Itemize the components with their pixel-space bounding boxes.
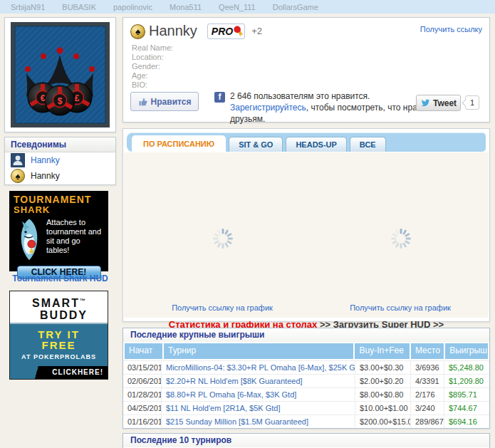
like-hint-text2: друзьям. [230, 113, 439, 125]
tournament-link[interactable]: $2.20+R NL Hold'em [$8K Guaranteed] [162, 375, 355, 387]
svg-text:♠: ♠ [135, 26, 140, 37]
cell-place: 3/240 [411, 402, 444, 415]
svg-text:£: £ [75, 93, 80, 103]
chart-loading-area: Получить ссылку на график Получить ссылк… [124, 152, 489, 318]
cell-buyin: $200.00+$15.00 [355, 415, 411, 428]
tournament-link[interactable]: $8.80+R PL Omaha [6-Max, $3K Gtd] [162, 388, 355, 401]
spade-icon: ♠ [11, 169, 25, 183]
chart-link-right[interactable]: Получить ссылку на график [325, 303, 475, 312]
nav-player-link[interactable]: QeeN_111 [219, 3, 256, 11]
tab-scheduled[interactable]: ПО РАСПИСАНИЮ [132, 135, 226, 152]
tournament-shark-hud-link[interactable]: Tournament Shark HUD [4, 274, 116, 283]
ad-title: SHARK [14, 205, 104, 215]
field-age: Age: [132, 71, 173, 80]
click-here-button[interactable]: CLICKHERE! [10, 366, 108, 379]
cell-date: 04/25/2012 [123, 402, 162, 415]
poker-profile-page: SrbijaN91 BUBASIK papolinovic Mona511 Qe… [0, 0, 495, 448]
last10-title: Последние 10 турниров [123, 434, 489, 447]
nav-player-link[interactable]: papolinovic [113, 3, 152, 11]
tournament-link[interactable]: $11 NL Hold'em [2R1A, $5K Gtd] [162, 402, 355, 415]
tweet-button-label: Tweet [433, 98, 457, 108]
ad-body-text: Attaches to tournament and sit and go ta… [45, 217, 104, 264]
ad-title: BUDDY [10, 309, 108, 321]
chart-tabbar: ПО РАСПИСАНИЮ SIT & GO HEADS-UP ВСЕ [127, 132, 486, 152]
cell-date: 01/16/2011 [123, 415, 162, 428]
nav-player-link[interactable]: BUBASIK [62, 3, 96, 11]
field-gender: Gender: [132, 62, 173, 71]
loading-spinner [390, 228, 412, 249]
pseudonym-name: Hannky [31, 171, 60, 181]
pseudonyms-title: Псевдонимы [5, 137, 115, 152]
player-avatar-panel: € $ £ [4, 17, 116, 132]
player-card-image: € $ £ [11, 22, 110, 127]
person-icon [11, 153, 25, 167]
chart-link-left[interactable]: Получить ссылку на график [147, 303, 297, 312]
tournament-shark-ad[interactable]: TOURNAMENT SHARK Attaches to tournament … [9, 191, 108, 271]
nav-player-link[interactable]: DollarsGame [273, 3, 318, 11]
col-buyin: Buy-In+Fee [355, 343, 410, 359]
cell-buyin: $3.00+$0.30 [355, 361, 411, 374]
tab-sitgo[interactable]: SIT & GO [229, 137, 283, 152]
facebook-like-text: 2 646 пользователям это нравится. Зареги… [230, 90, 439, 125]
winnings-title: Последние крупные выигрыши [123, 328, 489, 342]
tweet-count-bubble: 1 [465, 95, 479, 110]
winnings-header-row: Начат Турнир Buy-In+Fee Место Выигрыш [123, 342, 489, 360]
field-real-name: Real Name: [132, 43, 173, 53]
nav-player-link[interactable]: Mona511 [170, 3, 202, 11]
cell-winnings: $895.71 [444, 388, 488, 401]
like-button-label: Нравится [151, 97, 192, 107]
player-username: Hannky [149, 23, 197, 39]
col-tournament: Турнир [164, 343, 353, 359]
cell-winnings: $744.67 [444, 402, 488, 415]
ad-title: SMART [32, 297, 80, 309]
facebook-like-button[interactable]: Нравится [130, 92, 199, 111]
shark-mascot-icon [14, 217, 45, 264]
twitter-bird-icon [420, 98, 431, 108]
loading-spinner [212, 228, 234, 249]
cell-place: 2/176 [411, 388, 444, 401]
cell-winnings: $694.16 [444, 415, 488, 428]
thumbs-up-icon [138, 97, 148, 107]
col-started: Начат [125, 343, 162, 359]
like-count-text: 2 646 пользователям это нравится. [230, 91, 370, 101]
profile-fields: Real Name: Location: Gender: Age: BIO: [132, 43, 173, 90]
tab-headsup[interactable]: HEADS-UP [286, 137, 346, 152]
cell-buyin: $2.00+$0.20 [355, 375, 411, 387]
top-player-nav: SrbijaN91 BUBASIK papolinovic Mona511 Qe… [0, 0, 495, 14]
table-row: 03/15/2012 MicroMillions-04: $3.30+R PL … [123, 360, 489, 374]
tm-mark: ™ [80, 298, 85, 304]
cell-buyin: $10.00+$1.00 [355, 402, 411, 415]
award-ribbon-icon [233, 25, 243, 38]
pro-badge[interactable]: PRO [207, 24, 245, 39]
smart-buddy-ad[interactable]: SMART™ BUDDY TRY IT FREE AT POKERPROLABS… [9, 291, 108, 380]
last-10-tournaments-panel: Последние 10 турниров [123, 433, 490, 448]
nav-player-link[interactable]: SrbijaN91 [11, 3, 45, 11]
pseudonym-name[interactable]: Hannky [31, 155, 60, 165]
cell-place: 3/6936 [411, 361, 444, 374]
ad-cta: FREE [10, 340, 108, 351]
ad-cta: TRY IT [10, 329, 108, 340]
pseudonym-item[interactable]: Hannky [5, 152, 115, 168]
cell-date: 01/28/2013 [123, 388, 162, 401]
cell-winnings: $5,248.80 [444, 361, 488, 374]
table-row: 02/06/2011 $2.20+R NL Hold'em [$8K Guara… [123, 374, 489, 387]
field-location: Location: [132, 53, 173, 62]
spade-icon: ♠ [130, 24, 145, 38]
recent-winnings-panel: Последние крупные выигрыши Начат Турнир … [123, 328, 490, 429]
profile-panel: ♠ Hannky PRO +2 Получить ссылку Real Nam… [123, 17, 490, 123]
ad-title: TOURNAMENT [14, 194, 104, 205]
facebook-icon: f [214, 92, 225, 103]
tab-all[interactable]: ВСЕ [350, 137, 386, 152]
table-row: 01/16/2011 $215 Sunday Million [$1.5M Gu… [123, 415, 489, 428]
cell-winnings: $1,209.80 [444, 375, 488, 387]
table-row: 04/25/2012 $11 NL Hold'em [2R1A, $5K Gtd… [123, 401, 489, 415]
tweet-button[interactable]: Tweet [416, 95, 461, 111]
pro-badge-label: PRO [212, 26, 233, 37]
register-link[interactable]: Зарегистрируйтесь [230, 103, 306, 113]
tournament-link[interactable]: MicroMillions-04: $3.30+R PL Omaha [6-Ma… [162, 361, 355, 374]
pseudonym-item: ♠ Hannky [5, 168, 115, 184]
ad-subtext: AT POKERPROLABS [10, 353, 108, 360]
get-link[interactable]: Получить ссылку [420, 25, 482, 33]
more-badges-toggle[interactable]: +2 [251, 26, 262, 36]
tournament-link[interactable]: $215 Sunday Million [$1.5M Guaranteed] [162, 415, 355, 428]
